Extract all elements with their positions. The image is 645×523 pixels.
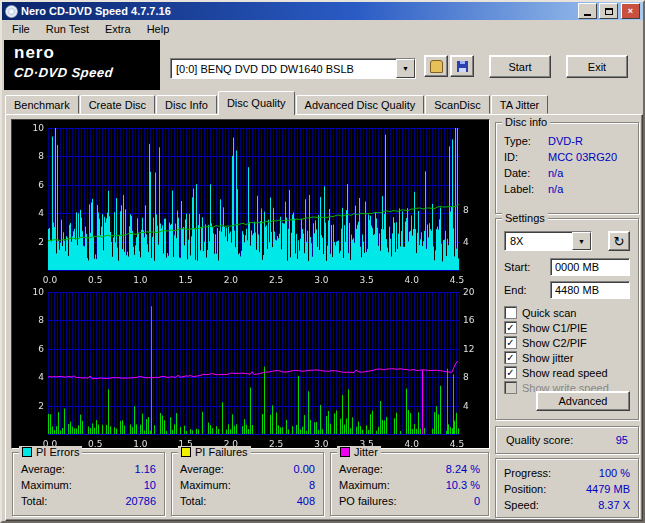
stats-row: Maximum:10.3 %: [339, 479, 480, 491]
window-title: Nero CD-DVD Speed 4.7.7.16: [21, 5, 575, 17]
checkbox-show-jitter[interactable]: ✓Show jitter: [504, 350, 634, 365]
stats-group-title: Jitter: [337, 446, 381, 458]
menu-bar: FileRun TestExtraHelp: [2, 20, 643, 38]
checkbox-show-read-speed[interactable]: ✓Show read speed: [504, 365, 634, 380]
checkbox-box[interactable]: ✓: [504, 351, 517, 364]
stats-label: PO failures:: [339, 495, 396, 507]
stats-value: 0: [474, 495, 480, 507]
disc-info-rows: Type:DVD-RID:MCC 03RG20Date:n/aLabel:n/a: [496, 123, 638, 195]
stats-value: 20786: [125, 495, 156, 507]
disc-info-value: n/a: [548, 183, 563, 195]
stats-group-pi-failures: PI FailuresAverage:0.00Maximum:8Total:40…: [171, 452, 324, 516]
drive-select[interactable]: [0:0] BENQ DVD DD DW1640 BSLB ▼: [170, 58, 416, 79]
minimize-button[interactable]: [578, 3, 597, 19]
legend-color-swatch: [22, 447, 32, 457]
speed-select[interactable]: 8X ▼: [504, 231, 592, 251]
title-bar[interactable]: Nero CD-DVD Speed 4.7.7.16 ×: [2, 2, 643, 20]
refresh-speeds-button[interactable]: ↻: [608, 231, 630, 251]
close-icon: ×: [628, 7, 633, 16]
tab-benchmark[interactable]: Benchmark: [5, 95, 79, 114]
stats-label: Average:: [21, 463, 65, 475]
exit-button[interactable]: Exit: [566, 55, 628, 78]
minimize-icon: [584, 14, 591, 16]
checkbox-label: Show C1/PIE: [522, 322, 587, 334]
stats-value: 10.3 %: [446, 479, 480, 491]
disc-info-label: Date:: [504, 167, 548, 179]
stats-value: 8: [309, 479, 315, 491]
tab-disc-quality[interactable]: Disc Quality: [218, 91, 295, 115]
settings-title: Settings: [502, 212, 548, 224]
checkbox-box[interactable]: ✓: [504, 321, 517, 334]
stats-row: PO failures:0: [339, 495, 480, 507]
logo-product-text: CD·DVD Speed: [13, 65, 161, 80]
disc-info-label: ID:: [504, 151, 548, 163]
eject-tray-button[interactable]: [424, 55, 448, 77]
checkbox-box[interactable]: ✓: [504, 336, 517, 349]
start-button[interactable]: Start: [489, 55, 551, 78]
stats-label: Maximum:: [339, 479, 390, 491]
checkbox-show-c1-pie[interactable]: ✓Show C1/PIE: [504, 320, 634, 335]
chevron-down-icon[interactable]: ▼: [396, 59, 415, 78]
logo-brand-text: nero: [14, 45, 160, 61]
checkbox-label: Show C2/PIF: [522, 337, 587, 349]
disc-info-row: ID:MCC 03RG20: [504, 151, 630, 163]
menu-run-test[interactable]: Run Test: [38, 21, 97, 37]
tab-strip: BenchmarkCreate DiscDisc InfoDisc Qualit…: [5, 92, 549, 114]
checkbox-box[interactable]: [504, 381, 517, 394]
tab-disc-info[interactable]: Disc Info: [156, 95, 217, 114]
hand-icon: [430, 60, 443, 73]
progress-row: Position:4479 MB: [504, 483, 630, 495]
progress-value: 100 %: [599, 467, 630, 479]
maximize-button[interactable]: [599, 3, 618, 19]
refresh-icon: ↻: [614, 234, 625, 249]
progress-row: Speed:8.37 X: [504, 499, 630, 511]
stats-label: Average:: [339, 463, 383, 475]
maximize-icon: [605, 8, 613, 15]
advanced-button[interactable]: Advanced: [536, 391, 630, 411]
stats-row: Maximum:10: [21, 479, 156, 491]
chevron-down-icon[interactable]: ▼: [572, 232, 591, 250]
titlebar-buttons: ×: [578, 3, 640, 19]
tab-scandisc[interactable]: ScanDisc: [425, 95, 489, 114]
checkbox-box[interactable]: [504, 306, 517, 319]
close-button[interactable]: ×: [621, 3, 640, 19]
disc-info-row: Type:DVD-R: [504, 135, 630, 147]
stats-label: Maximum:: [21, 479, 72, 491]
checkbox-box[interactable]: ✓: [504, 366, 517, 379]
save-results-button[interactable]: [450, 55, 474, 77]
progress-value: 8.37 X: [598, 499, 630, 511]
tab-create-disc[interactable]: Create Disc: [80, 95, 155, 114]
app-window: Nero CD-DVD Speed 4.7.7.16 × FileRun Tes…: [0, 0, 645, 523]
stats-value: 10: [144, 479, 156, 491]
quality-score-value: 95: [616, 434, 628, 446]
menu-extra[interactable]: Extra: [97, 21, 139, 37]
end-position-label: End:: [504, 284, 527, 296]
stats-row: Maximum:8: [180, 479, 315, 491]
stats-label: Maximum:: [180, 479, 231, 491]
checkbox-label: Quick scan: [522, 307, 576, 319]
checkbox-quick-scan[interactable]: Quick scan: [504, 305, 634, 320]
toolbar: nero CD·DVD Speed [0:0] BENQ DVD DD DW16…: [2, 38, 643, 92]
quality-score-label: Quality score:: [506, 434, 573, 446]
tab-advanced-disc-quality[interactable]: Advanced Disc Quality: [296, 95, 425, 114]
disc-info-value: DVD-R: [548, 135, 583, 147]
stats-row: Average:0.00: [180, 463, 315, 475]
checkbox-show-c2-pif[interactable]: ✓Show C2/PIF: [504, 335, 634, 350]
settings-checkboxes: Quick scan✓Show C1/PIE✓Show C2/PIF✓Show …: [504, 305, 634, 395]
menu-help[interactable]: Help: [139, 21, 178, 37]
tab-ta-jitter[interactable]: TA Jitter: [491, 95, 549, 114]
disc-info-value: n/a: [548, 167, 563, 179]
stats-value: 0.00: [294, 463, 315, 475]
settings-group: Settings 8X ▼ ↻ Start: End: Quick scan✓S…: [495, 218, 639, 420]
start-position-label: Start:: [504, 261, 530, 273]
stats-row: Average:8.24 %: [339, 463, 480, 475]
progress-label: Progress:: [504, 467, 551, 479]
end-position-field[interactable]: [550, 281, 630, 299]
menu-file[interactable]: File: [4, 21, 38, 37]
stats-label: Total:: [180, 495, 206, 507]
start-position-field[interactable]: [550, 258, 630, 276]
nero-logo: nero CD·DVD Speed: [4, 40, 160, 90]
speed-select-value: 8X: [510, 235, 572, 247]
disc-info-label: Type:: [504, 135, 548, 147]
stats-group-title: PI Errors: [19, 446, 82, 458]
